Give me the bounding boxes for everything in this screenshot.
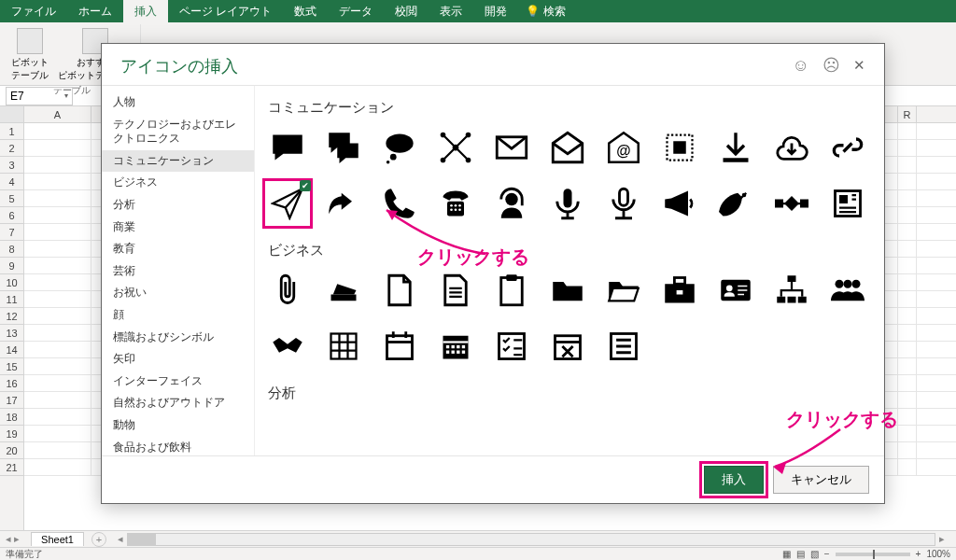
add-sheet-button[interactable]: + — [91, 532, 106, 547]
category-item[interactable]: 教育 — [102, 238, 254, 260]
file-icon[interactable] — [378, 269, 421, 312]
paperclip-icon[interactable] — [266, 269, 309, 312]
stamp-icon[interactable] — [658, 126, 701, 169]
row-header[interactable]: 3 — [0, 157, 23, 174]
column-header[interactable]: R — [898, 106, 917, 122]
briefcase-icon[interactable] — [658, 269, 701, 312]
stapler-icon[interactable] — [322, 269, 365, 312]
satellite-icon[interactable] — [770, 182, 813, 225]
row-header[interactable]: 15 — [0, 358, 23, 375]
grid-icon[interactable] — [322, 325, 365, 368]
smile-icon[interactable]: ☺ — [793, 56, 809, 76]
telephone-icon[interactable] — [434, 182, 477, 225]
handshake-icon[interactable] — [266, 325, 309, 368]
column-header[interactable]: A — [24, 106, 91, 122]
sheet-tab[interactable]: Sheet1 — [31, 532, 84, 546]
satellite-dish-icon[interactable] — [714, 182, 757, 225]
view-break-icon[interactable]: ▧ — [810, 549, 819, 559]
team-icon[interactable] — [826, 269, 869, 312]
at-mail-icon[interactable]: @ — [602, 126, 645, 169]
select-all-corner[interactable] — [0, 106, 23, 123]
category-item[interactable]: ビジネス — [102, 172, 254, 194]
row-header[interactable]: 18 — [0, 409, 23, 426]
category-item[interactable]: 人物 — [102, 91, 254, 114]
row-header[interactable]: 10 — [0, 274, 23, 291]
date-grid-icon[interactable] — [434, 325, 477, 368]
mail-open-icon[interactable] — [546, 126, 589, 169]
category-item[interactable]: 動物 — [102, 414, 254, 437]
pivot-table-button[interactable]: ピボット テーブル — [9, 26, 50, 84]
view-page-icon[interactable]: ▤ — [796, 549, 805, 559]
category-item[interactable]: 商業 — [102, 217, 254, 239]
row-header[interactable]: 12 — [0, 308, 23, 325]
headset-icon[interactable] — [490, 182, 533, 225]
tab-insert[interactable]: 挿入 — [123, 0, 168, 22]
link-icon[interactable] — [826, 126, 869, 169]
clipboard-icon[interactable] — [490, 269, 533, 312]
row-header[interactable]: 4 — [0, 174, 23, 190]
row-header[interactable]: 8 — [0, 241, 23, 258]
tab-view[interactable]: 表示 — [429, 0, 473, 22]
category-item[interactable]: 食品および飲料 — [102, 437, 254, 456]
category-item[interactable]: 顔 — [102, 304, 254, 327]
row-header[interactable]: 13 — [0, 325, 23, 342]
tab-pagelayout[interactable]: ページ レイアウト — [168, 0, 283, 22]
chevron-down-icon[interactable]: ▾ — [64, 91, 68, 100]
tab-file[interactable]: ファイル — [0, 0, 67, 22]
close-icon[interactable]: ✕ — [853, 57, 865, 74]
folder-icon[interactable] — [546, 269, 589, 312]
row-header[interactable]: 21 — [0, 459, 23, 476]
category-item[interactable]: 芸術 — [102, 260, 254, 283]
row-header[interactable]: 11 — [0, 291, 23, 308]
org-chart-icon[interactable] — [770, 269, 813, 312]
speech-icon[interactable] — [266, 126, 309, 169]
network-icon[interactable] — [434, 126, 477, 169]
document-icon[interactable] — [434, 269, 477, 312]
view-normal-icon[interactable]: ▦ — [782, 549, 791, 559]
frown-icon[interactable]: ☹ — [822, 55, 840, 76]
tab-home[interactable]: ホーム — [67, 0, 123, 22]
cloud-down-icon[interactable] — [770, 126, 813, 169]
mic-icon[interactable] — [546, 182, 589, 225]
cancel-button[interactable]: キャンセル — [773, 466, 869, 494]
row-header[interactable]: 17 — [0, 392, 23, 409]
tell-me-search[interactable]: 💡 検索 — [518, 4, 573, 20]
mic2-icon[interactable] — [602, 182, 645, 225]
category-item[interactable]: コミュニケーション — [102, 150, 254, 173]
tab-developer[interactable]: 開発 — [473, 0, 518, 22]
tab-formulas[interactable]: 数式 — [283, 0, 328, 22]
checklist-icon[interactable] — [490, 325, 533, 368]
chat-icon[interactable] — [322, 126, 365, 169]
row-header[interactable]: 7 — [0, 224, 23, 241]
megaphone-icon[interactable] — [658, 182, 701, 225]
category-item[interactable]: 矢印 — [102, 348, 254, 371]
row-header[interactable]: 5 — [0, 190, 23, 207]
envelope-icon[interactable] — [490, 126, 533, 169]
row-header[interactable]: 1 — [0, 123, 23, 140]
calendar-icon[interactable] — [378, 325, 421, 368]
category-item[interactable]: お祝い — [102, 282, 254, 304]
zoom-in-icon[interactable]: + — [916, 549, 921, 559]
sheet-nav[interactable]: ◂ ▸ — [0, 533, 25, 545]
folder-open-icon[interactable] — [602, 269, 645, 312]
phone-icon[interactable] — [378, 182, 421, 225]
row-header[interactable]: 19 — [0, 426, 23, 442]
thought-icon[interactable] — [378, 126, 421, 169]
id-card-icon[interactable] — [714, 269, 757, 312]
delete-cal-icon[interactable] — [546, 325, 589, 368]
category-item[interactable]: テクノロジーおよびエレクトロニクス — [102, 114, 254, 150]
row-header[interactable]: 2 — [0, 140, 23, 157]
category-item[interactable]: 自然およびアウトドア — [102, 392, 254, 414]
category-item[interactable]: 分析 — [102, 194, 254, 217]
name-box[interactable]: E7 ▾ — [6, 87, 73, 105]
tab-review[interactable]: 校閲 — [384, 0, 429, 22]
category-item[interactable]: インターフェイス — [102, 371, 254, 393]
tab-data[interactable]: データ — [328, 0, 384, 22]
share-icon[interactable] — [322, 182, 365, 225]
category-item[interactable]: 標識およびシンボル — [102, 327, 254, 349]
zoom-out-icon[interactable]: − — [824, 549, 830, 559]
row-header[interactable]: 16 — [0, 375, 23, 392]
row-header[interactable]: 14 — [0, 342, 23, 358]
row-header[interactable]: 6 — [0, 207, 23, 224]
list-icon[interactable] — [602, 325, 645, 368]
